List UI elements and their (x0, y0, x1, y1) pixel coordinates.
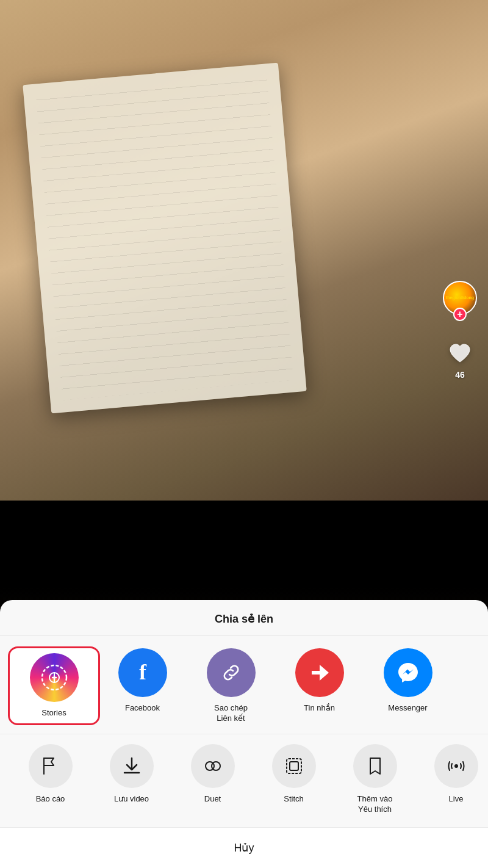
report-icon (29, 744, 73, 788)
facebook-icon: f (118, 648, 167, 697)
right-sidebar: thegioididong + 46 (443, 281, 477, 380)
save-video-icon (110, 744, 154, 788)
heart-icon (445, 338, 475, 367)
save-video-label: Lưu video (114, 794, 149, 805)
share-messenger-button[interactable]: Messenger (364, 648, 452, 714)
favorite-icon (353, 744, 397, 788)
share-direct-button[interactable]: Tin nhắn (275, 648, 364, 714)
cancel-button[interactable]: Hủy (0, 827, 488, 868)
avatar-container[interactable]: thegioididong + (443, 281, 477, 321)
svg-marker-7 (312, 665, 329, 681)
follow-button[interactable]: + (453, 308, 467, 321)
share-sheet: Chia sẻ lên Stories f (0, 600, 488, 868)
stories-label: Stories (41, 708, 66, 718)
duet-label: Duet (204, 794, 221, 805)
svg-rect-13 (287, 759, 301, 773)
svg-point-15 (454, 764, 458, 768)
favorite-label: Thêm vàoYêu thích (357, 794, 393, 815)
report-label: Báo cáo (36, 794, 65, 805)
stitch-button[interactable]: Stitch (253, 744, 334, 805)
action-items-row: Báo cáo Lưu video (0, 734, 488, 827)
stitch-icon (272, 744, 316, 788)
direct-message-icon (295, 648, 344, 697)
svg-rect-14 (290, 762, 298, 770)
like-count: 46 (455, 370, 465, 380)
sheet-title: Chia sẻ lên (0, 600, 488, 636)
duet-button[interactable]: Duet (172, 744, 253, 805)
video-background (0, 0, 488, 501)
direct-label: Tin nhắn (304, 703, 335, 714)
video-paper (23, 63, 306, 414)
live-icon (434, 744, 478, 788)
like-button[interactable]: 46 (445, 338, 475, 380)
live-button[interactable]: Live (415, 744, 488, 805)
favorite-button[interactable]: Thêm vàoYêu thích (334, 744, 415, 815)
messenger-label: Messenger (388, 703, 427, 714)
share-apps-row: Stories f Facebook Sao chépLiên kết (0, 636, 488, 734)
save-video-button[interactable]: Lưu video (91, 744, 172, 805)
live-label: Live (449, 794, 464, 805)
stitch-label: Stitch (284, 794, 304, 805)
copy-link-label: Sao chépLiên kết (214, 703, 248, 724)
facebook-label: Facebook (125, 703, 160, 714)
stories-icon (30, 653, 79, 702)
messenger-icon (384, 648, 432, 697)
report-button[interactable]: Báo cáo (10, 744, 91, 805)
share-stories-button[interactable]: Stories (8, 646, 100, 725)
svg-text:f: f (139, 660, 147, 684)
copy-link-icon (207, 648, 256, 697)
share-facebook-button[interactable]: f Facebook (98, 648, 187, 714)
duet-icon (191, 744, 235, 788)
svg-point-12 (212, 762, 220, 770)
share-copy-button[interactable]: Sao chépLiên kết (187, 648, 275, 724)
